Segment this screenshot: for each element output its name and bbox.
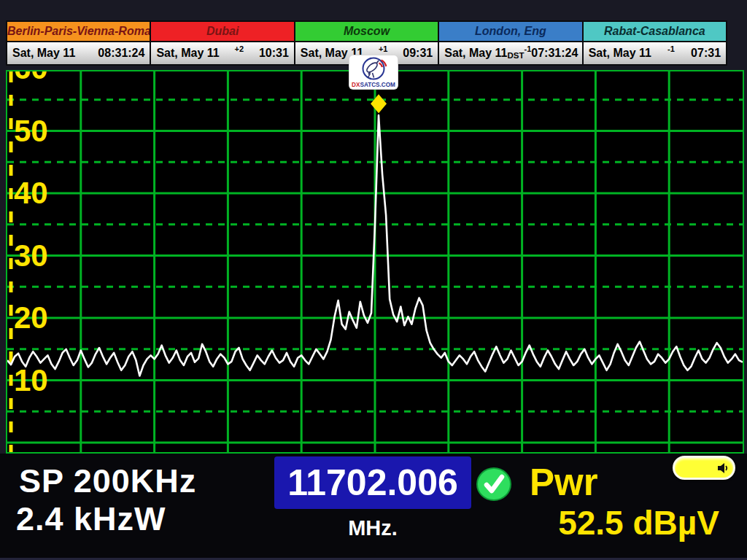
satellite-meter-screen: Berlin-Paris-Vienna-Roma Sat, May 11 08:… [0,0,747,560]
logo-text: DXSATCS.COM [352,82,395,88]
bottom-readout-bar: SP 200KHz 2.4 kHzW 11702.006 MHz. Pwr 52… [0,454,747,560]
y-axis-label: 60 [14,71,48,85]
city-time: 10:31 [259,47,289,60]
y-axis-label: 10 [14,363,48,397]
lock-check-icon [476,467,512,502]
y-axis-label: 30 [14,238,48,273]
spectrum-plot: 605040302010 [6,70,744,454]
clock-column-rabat: Rabat-Casablanca Sat, May 11 -1 07:31 [584,22,726,64]
y-axis-label: 50 [14,114,48,148]
power-value: 52.5 dBµV [558,503,719,542]
spectrum-canvas: 605040302010 [7,71,743,452]
city-header: London, Eng [439,22,581,41]
peak-marker-diamond [371,94,387,113]
audio-toggle[interactable] [673,456,735,480]
power-label: Pwr [530,461,598,504]
city-header: Dubai [151,22,293,41]
city-time: 07:31 [691,47,721,60]
dxsatcs-logo: DXSATCS.COM [349,55,398,89]
city-time: 08:31:24 [98,47,144,60]
city-utc-offset: DST-1 [508,47,532,60]
y-axis-label: 40 [14,176,48,210]
clock-column-berlin: Berlin-Paris-Vienna-Roma Sat, May 11 08:… [7,22,150,64]
city-header: Moscow [295,22,438,41]
rbw-label: 2.4 kHzW [16,500,166,538]
speaker-icon [717,462,729,474]
city-header: Berlin-Paris-Vienna-Roma [7,22,150,41]
frequency-unit: MHz. [274,516,471,540]
city-header: Rabat-Casablanca [584,22,726,41]
city-date: Sat, May 11 [156,47,219,60]
frequency-display[interactable]: 11702.006 [274,456,471,509]
y-axis-label: 20 [14,300,48,335]
city-time-row: Sat, May 11 -1 07:31 [584,42,726,64]
city-utc-offset: -1 [651,47,691,60]
city-date: Sat, May 11 [589,47,651,60]
clock-column-london: London, Eng Sat, May 11 DST-1 07:31:24 [439,22,581,64]
city-time-row: Sat, May 11 08:31:24 [7,42,150,64]
city-time: 07:31:24 [531,47,578,60]
clock-column-dubai: Dubai Sat, May 11 +2 10:31 [151,22,293,64]
city-date: Sat, May 11 [12,47,75,60]
city-utc-offset: +2 [220,47,259,60]
city-date: Sat, May 11 [444,47,507,60]
span-label: SP 200KHz [19,462,196,500]
city-time-row: Sat, May 11 +2 10:31 [151,42,293,64]
city-time: 09:31 [403,47,433,60]
city-time-row: Sat, May 11 DST-1 07:31:24 [439,42,581,64]
